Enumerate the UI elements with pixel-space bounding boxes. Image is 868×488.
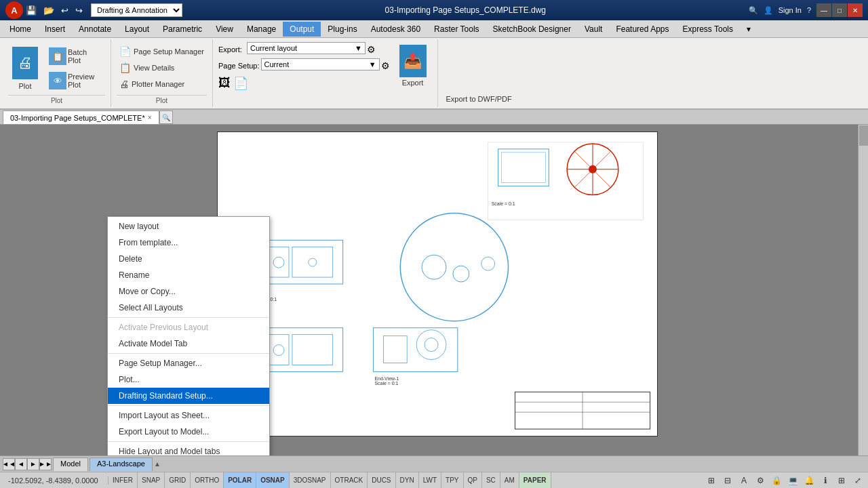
- vertical-scrollbar[interactable]: [858, 125, 868, 455]
- redo-icon[interactable]: ↪: [73, 4, 85, 17]
- scroll-thumb[interactable]: [859, 125, 868, 146]
- tab-search-btn[interactable]: 🔍: [159, 110, 173, 124]
- status-polar[interactable]: POLAR: [224, 472, 256, 489]
- tabbar: 03-Importing Page Setups_COMPLETE* × 🔍: [0, 110, 868, 125]
- layout-nav-last[interactable]: ►►: [39, 458, 52, 470]
- layout-nav-prev[interactable]: ◄: [15, 458, 27, 470]
- menu-express[interactable]: Express Tools: [676, 22, 740, 37]
- plotter-manager-label: Plotter Manager: [132, 80, 184, 88]
- ctx-from-template[interactable]: From template...: [108, 235, 269, 251]
- notification-icon[interactable]: 🔔: [802, 473, 816, 488]
- menu-raster[interactable]: Raster Tools: [427, 22, 486, 37]
- tab-close-btn[interactable]: ×: [148, 114, 152, 121]
- plotter-manager-button[interactable]: 🖨 Plotter Manager: [117, 77, 207, 91]
- user-icon[interactable]: 👤: [764, 6, 773, 15]
- export-pdf-icon[interactable]: 📄: [233, 76, 248, 91]
- status-tpy[interactable]: TPY: [441, 472, 463, 489]
- status-otrack[interactable]: OTRACK: [331, 472, 368, 489]
- undo-icon[interactable]: ↩: [58, 4, 71, 17]
- menu-output[interactable]: Output: [283, 22, 321, 37]
- a3-landscape-tab[interactable]: A3-Landscape: [90, 458, 153, 471]
- maximize-btn[interactable]: □: [832, 3, 847, 17]
- status-infer[interactable]: INFER: [108, 472, 138, 489]
- status-ortho[interactable]: ORTHO: [191, 472, 224, 489]
- menu-layout[interactable]: Layout: [118, 22, 156, 37]
- signin-label[interactable]: Sign In: [778, 6, 802, 14]
- status-3dosnap[interactable]: 3DOSNAP: [290, 472, 331, 489]
- menu-featured[interactable]: Featured Apps: [609, 22, 675, 37]
- ctx-plot[interactable]: Plot...: [108, 371, 269, 388]
- ctx-export-model[interactable]: Export Layout to Model...: [108, 424, 269, 440]
- info-icon[interactable]: ℹ: [818, 473, 833, 488]
- workspace-dropdown[interactable]: Drafting & Annotation: [91, 3, 182, 17]
- layout-nav-first[interactable]: ◄◄: [3, 458, 15, 470]
- close-btn[interactable]: ✕: [848, 3, 863, 17]
- viewport-icon[interactable]: ⊟: [720, 473, 735, 488]
- lock-icon[interactable]: 🔒: [769, 473, 784, 488]
- menu-plugins[interactable]: Plug-ins: [321, 22, 363, 37]
- annotation-icon[interactable]: A: [736, 473, 751, 488]
- page-setup-dropdown[interactable]: Current ▼: [261, 58, 380, 70]
- status-lwt[interactable]: LWT: [419, 472, 441, 489]
- menu-vault[interactable]: Vault: [578, 22, 609, 37]
- minimize-btn[interactable]: —: [816, 3, 831, 17]
- ctx-hide-tabs[interactable]: Hide Layout and Model tabs: [108, 443, 269, 455]
- layout-nav-next[interactable]: ►: [27, 458, 39, 470]
- workspace-icon[interactable]: ⚙: [753, 473, 768, 488]
- export-button[interactable]: 📤 Export: [394, 42, 432, 89]
- help-icon[interactable]: ?: [807, 6, 811, 14]
- ctx-import-sheet[interactable]: Import Layout as Sheet...: [108, 407, 269, 424]
- preview-plot-button[interactable]: 👁 PreviewPlot: [45, 69, 98, 92]
- menu-view[interactable]: View: [209, 22, 240, 37]
- menu-annotate[interactable]: Annotate: [72, 22, 118, 37]
- menu-autodesk360[interactable]: Autodesk 360: [364, 22, 427, 37]
- layout-tab-triangle: ▲: [154, 460, 161, 468]
- tab-name: 03-Importing Page Setups_COMPLETE*: [10, 114, 145, 122]
- view-details-button[interactable]: 📋 View Details: [117, 61, 207, 75]
- svg-rect-0: [488, 142, 644, 220]
- drawing-svg: Scale = 0:1: [218, 132, 657, 436]
- expand-icon[interactable]: ⊞: [834, 473, 849, 488]
- status-snap[interactable]: SNAP: [138, 472, 165, 489]
- ctx-delete[interactable]: Delete: [108, 251, 269, 267]
- export-image-icon[interactable]: 🖼: [218, 76, 231, 91]
- fullscreen-icon[interactable]: ⤢: [850, 473, 865, 488]
- page-setup-manager-button[interactable]: 📄 Page Setup Manager: [117, 45, 207, 58]
- plot-button[interactable]: 🖨 Plot: [8, 44, 42, 93]
- menu-overflow[interactable]: ▾: [740, 22, 757, 37]
- page-setup-icon[interactable]: ⚙: [381, 60, 390, 71]
- status-paper[interactable]: PAPER: [519, 472, 551, 489]
- ctx-drafting-setup[interactable]: Drafting Standard Setup...: [108, 388, 269, 404]
- search-help-icon[interactable]: 🔍: [749, 6, 758, 15]
- document-tab[interactable]: 03-Importing Page Setups_COMPLETE* ×: [3, 110, 159, 124]
- svg-point-26: [425, 338, 438, 352]
- status-qp[interactable]: QP: [464, 472, 482, 489]
- batch-plot-button[interactable]: 📋 BatchPlot: [45, 45, 98, 68]
- ctx-new-layout[interactable]: New layout: [108, 218, 269, 235]
- ctx-activate-model[interactable]: Activate Model Tab: [108, 336, 269, 352]
- status-ducs[interactable]: DUCS: [368, 472, 395, 489]
- ctx-move-copy[interactable]: Move or Copy...: [108, 283, 269, 300]
- menu-manage[interactable]: Manage: [240, 22, 283, 37]
- status-sc[interactable]: SC: [482, 472, 500, 489]
- save-icon[interactable]: 💾: [23, 4, 39, 17]
- canvas-area: Scale = 0:1: [0, 125, 868, 455]
- export-layout-icon[interactable]: ⚙: [367, 44, 376, 55]
- status-am[interactable]: AM: [500, 472, 519, 489]
- isolate-icon[interactable]: ⊞: [704, 473, 719, 488]
- open-icon[interactable]: 📂: [41, 4, 57, 17]
- ctx-select-all[interactable]: Select All Layouts: [108, 300, 269, 316]
- export-dwf-label[interactable]: Export to DWF/PDF: [443, 94, 515, 104]
- hardware-icon[interactable]: 💻: [785, 473, 800, 488]
- export-layout-dropdown[interactable]: Current layout ▼: [247, 42, 366, 54]
- status-grid[interactable]: GRID: [165, 472, 191, 489]
- menu-parametric[interactable]: Parametric: [156, 22, 209, 37]
- ctx-rename[interactable]: Rename: [108, 267, 269, 283]
- model-tab[interactable]: Model: [53, 458, 88, 471]
- ctx-page-setup-mgr[interactable]: Page Setup Manager...: [108, 355, 269, 371]
- menu-sketchbook[interactable]: SketchBook Designer: [486, 22, 578, 37]
- status-osnap[interactable]: OSNAP: [256, 472, 290, 489]
- menu-insert[interactable]: Insert: [38, 22, 72, 37]
- menu-home[interactable]: Home: [3, 22, 38, 37]
- status-dyn[interactable]: DYN: [396, 472, 419, 489]
